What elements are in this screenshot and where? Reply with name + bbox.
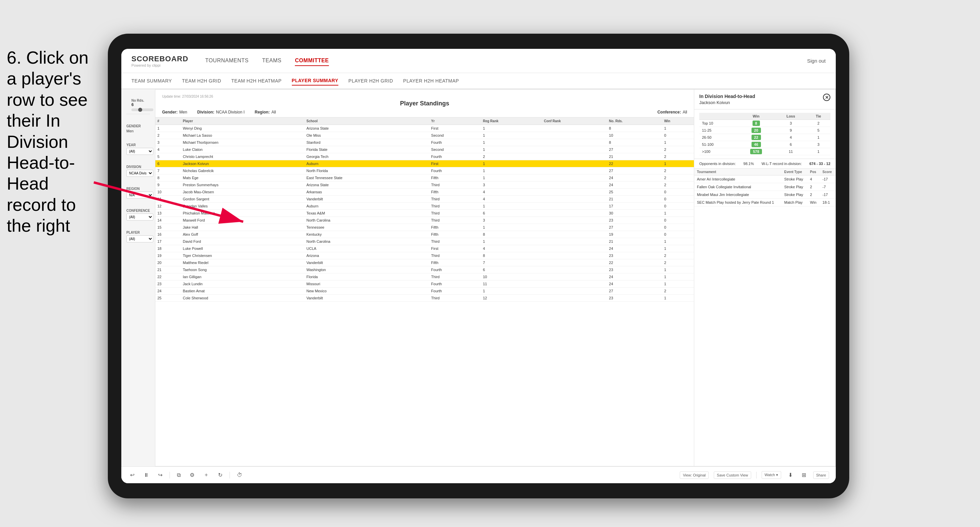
cell-player: Phichaksn Maichon bbox=[181, 210, 305, 217]
division-select[interactable]: NCAA Division I bbox=[126, 170, 153, 177]
col-player: Player bbox=[181, 117, 305, 125]
cell-year: Fifth bbox=[429, 231, 481, 238]
table-row[interactable]: 12 Brendan Valles Auburn Third 1 17 0 bbox=[155, 203, 694, 210]
settings-button[interactable]: ⚙ bbox=[188, 470, 196, 479]
add-button[interactable]: ＋ bbox=[202, 470, 211, 480]
cell-year: Fourth bbox=[429, 167, 481, 175]
table-row[interactable]: 10 Jacob Mau-Olesen Arkansas Fifth 4 25 … bbox=[155, 189, 694, 196]
h2h-cell-label: 11-25 bbox=[699, 127, 737, 134]
cell-rank: 5 bbox=[155, 153, 181, 160]
table-row[interactable]: 4 Luke Claton Florida State Second 1 27 … bbox=[155, 146, 694, 153]
table-row[interactable]: 23 Jack Lundin Missouri Fourth 11 24 1 bbox=[155, 281, 694, 287]
t-cell-name: SEC Match Play hosted by Jerry Pate Roun… bbox=[694, 199, 781, 206]
table-row[interactable]: 19 Tiger Christensen Arizona Third 8 23 … bbox=[155, 252, 694, 259]
table-row[interactable]: 7 Nicholas Gabrelcik North Florida Fourt… bbox=[155, 167, 694, 175]
table-row[interactable]: 21 Taehoon Song Washington Fourth 6 23 1 bbox=[155, 267, 694, 273]
h2h-cell-win: 578 bbox=[737, 148, 775, 155]
view-original-button[interactable]: View: Original bbox=[680, 471, 709, 479]
cell-reg-rank: 1 bbox=[481, 203, 542, 210]
h2h-table-container: Win Loss Tie Top 10 8 3 2 11-25 20 9 5 2… bbox=[694, 110, 835, 159]
cell-rank: 7 bbox=[155, 167, 181, 175]
cell-conf-rank bbox=[542, 287, 607, 295]
sub-nav-player-h2h-heatmap[interactable]: PLAYER H2H HEATMAP bbox=[403, 76, 459, 85]
share-button[interactable]: Share bbox=[813, 471, 829, 479]
cell-conf-rank bbox=[542, 231, 607, 238]
pause-button[interactable]: ⏸ bbox=[142, 471, 151, 479]
cell-no-rds: 21 bbox=[607, 196, 662, 203]
table-row[interactable]: 8 Mats Ege East Tennessee State Fifth 1 … bbox=[155, 175, 694, 181]
update-time: Update time: 27/03/2024 16:56:26 bbox=[162, 95, 687, 98]
cell-conf-rank bbox=[542, 196, 607, 203]
sub-nav-team-h2h-heatmap[interactable]: TEAM H2H HEATMAP bbox=[231, 76, 282, 85]
nav-item-teams[interactable]: TEAMS bbox=[262, 56, 282, 66]
cell-rank: 1 bbox=[155, 125, 181, 132]
sub-nav-player-h2h-grid[interactable]: PLAYER H2H GRID bbox=[348, 76, 393, 85]
table-row[interactable]: 1 Wenyi Ding Arizona State First 1 8 1 bbox=[155, 125, 694, 132]
table-row[interactable]: 13 Phichaksn Maichon Texas A&M Third 6 3… bbox=[155, 210, 694, 217]
cell-player: Alex Goff bbox=[181, 231, 305, 238]
table-row[interactable]: 22 Ian Gilligan Florida Third 10 24 1 bbox=[155, 273, 694, 281]
table-row[interactable]: 5 Christo Lamprecht Georgia Tech Fourth … bbox=[155, 153, 694, 160]
t-cell-type: Stroke Play bbox=[781, 191, 807, 199]
cell-conf-rank bbox=[542, 175, 607, 181]
grid-button[interactable]: ⊞ bbox=[800, 470, 808, 479]
player-select[interactable]: (All) bbox=[126, 235, 153, 243]
cell-reg-rank: 1 bbox=[481, 132, 542, 139]
cell-rank: 21 bbox=[155, 267, 181, 273]
no-rds-slider[interactable] bbox=[131, 108, 153, 111]
t-cell-type: Match Play bbox=[781, 199, 807, 206]
table-row[interactable]: 2 Michael La Sasso Ole Miss Second 1 10 … bbox=[155, 132, 694, 139]
download-button[interactable]: ⬇ bbox=[786, 470, 795, 479]
redo-button[interactable]: ↪ bbox=[156, 470, 164, 479]
sub-nav-player-summary[interactable]: PLAYER SUMMARY bbox=[292, 76, 338, 86]
save-custom-button[interactable]: Save Custom View bbox=[714, 471, 751, 479]
h2h-cell-win: 46 bbox=[737, 141, 775, 148]
col-win: Win bbox=[662, 117, 694, 125]
table-row[interactable]: 16 Alex Goff Kentucky Fifth 8 19 0 bbox=[155, 231, 694, 238]
conference-filter: Conference (All) bbox=[126, 209, 150, 221]
table-row[interactable]: 25 Cole Sherwood Vanderbilt Third 12 23 … bbox=[155, 295, 694, 302]
cell-year: Fourth bbox=[429, 287, 481, 295]
t-cell-score: -17 bbox=[820, 191, 835, 199]
table-row[interactable]: 24 Bastien Amat New Mexico Fourth 1 27 2 bbox=[155, 287, 694, 295]
cell-school: Vanderbilt bbox=[304, 259, 429, 267]
region-select[interactable]: N/A bbox=[126, 192, 153, 199]
sign-out-button[interactable]: Sign out bbox=[807, 58, 826, 63]
refresh-button[interactable]: ↻ bbox=[216, 470, 224, 479]
table-row[interactable]: 17 David Ford North Carolina Third 1 21 … bbox=[155, 238, 694, 245]
h2h-cell-loss: 3 bbox=[775, 120, 807, 127]
cell-no-rds: 24 bbox=[607, 181, 662, 189]
undo-button[interactable]: ↩ bbox=[128, 470, 137, 479]
cell-year: Third bbox=[429, 217, 481, 224]
h2h-row: 11-25 20 9 5 bbox=[699, 127, 830, 134]
watch-button[interactable]: Watch ▾ bbox=[762, 471, 781, 479]
cell-player: Ian Gilligan bbox=[181, 273, 305, 281]
cell-no-rds: 23 bbox=[607, 267, 662, 273]
table-row[interactable]: 11 Gordon Sargent Vanderbilt Third 4 21 … bbox=[155, 196, 694, 203]
cell-win: 1 bbox=[662, 210, 694, 217]
nav-item-committee[interactable]: COMMITTEE bbox=[295, 56, 329, 66]
conference-select[interactable]: (All) bbox=[126, 213, 153, 221]
sub-nav-team-h2h-grid[interactable]: TEAM H2H GRID bbox=[182, 76, 221, 85]
table-row[interactable]: 3 Michael Thorbjornsen Stanford Fourth 1… bbox=[155, 139, 694, 146]
col-rank: # bbox=[155, 117, 181, 125]
sub-nav-team-summary[interactable]: TEAM SUMMARY bbox=[131, 76, 172, 85]
table-row[interactable]: 6 Jackson Koivun Auburn First 1 22 1 bbox=[155, 160, 694, 167]
table-row[interactable]: 14 Maxwell Ford North Carolina Third 3 2… bbox=[155, 217, 694, 224]
nav-item-tournaments[interactable]: TOURNAMENTS bbox=[205, 56, 249, 66]
table-row[interactable]: 18 Luke Powell UCLA First 4 24 1 bbox=[155, 245, 694, 252]
table-row[interactable]: 9 Preston Summerhays Arizona State Third… bbox=[155, 181, 694, 189]
col-conf-rank: Conf Rank bbox=[542, 117, 607, 125]
table-row[interactable]: 20 Matthew Riedel Vanderbilt Fifth 7 22 … bbox=[155, 259, 694, 267]
cell-win: 2 bbox=[662, 167, 694, 175]
cell-player: Mats Ege bbox=[181, 175, 305, 181]
cell-conf-rank bbox=[542, 238, 607, 245]
table-row[interactable]: 15 Jake Hall Tennessee Fifth 1 27 0 bbox=[155, 224, 694, 231]
year-select[interactable]: (All) bbox=[126, 148, 153, 155]
clock-button[interactable]: ⏱ bbox=[235, 471, 244, 479]
h2h-close-button[interactable]: ✕ bbox=[823, 94, 830, 101]
col-year: Yr bbox=[429, 117, 481, 125]
copy-button[interactable]: ⧉ bbox=[175, 471, 183, 479]
h2h-col-range bbox=[699, 113, 737, 120]
cell-year: Fifth bbox=[429, 259, 481, 267]
